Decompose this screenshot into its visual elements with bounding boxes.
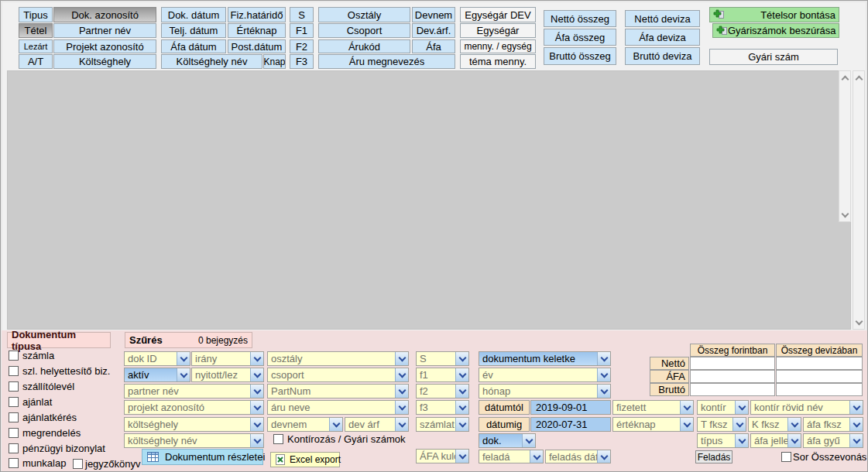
checkbox-ajanlatkeres[interactable]	[9, 412, 19, 422]
filter-koltseghely-nev-select[interactable]: költséghely név	[124, 433, 264, 448]
feladas-button[interactable]: Feladás	[695, 450, 732, 463]
filter-irany-select[interactable]: irány	[191, 351, 264, 366]
col-header-tema-menny[interactable]: téma menny.	[460, 54, 536, 69]
filter-partner-nev-select[interactable]: partner név	[124, 384, 264, 398]
filter-honap-select[interactable]: hónap	[479, 384, 611, 398]
filter-ev-select[interactable]: év	[479, 368, 611, 382]
col-header-lezart[interactable]: Lezárt	[19, 39, 53, 53]
filter-csoport-select[interactable]: csoport	[267, 368, 409, 382]
scroll-down-icon[interactable]	[853, 316, 864, 329]
col-header-koltseghely[interactable]: Költséghely	[53, 54, 156, 69]
scroll-up-icon[interactable]	[853, 71, 864, 84]
col-header-s[interactable]: S	[290, 7, 314, 22]
filter-s-select[interactable]: S	[416, 351, 469, 366]
col-header-f1[interactable]: F1	[290, 23, 314, 38]
filter-nyitott-lezart-select[interactable]: nyitott/lez	[191, 368, 264, 382]
checkbox-szallitolevel[interactable]	[9, 381, 19, 392]
col-header-tetel[interactable]: Tétel	[19, 23, 53, 38]
filter-afa-kulcs-select[interactable]: ÁFA kulc	[416, 449, 469, 463]
col-header-erteknap[interactable]: Értéknap	[228, 23, 286, 38]
excel-export-button[interactable]: Excel export	[270, 452, 340, 467]
col-header-egysegar-dev[interactable]: Egységár DEV	[460, 7, 536, 22]
col-header-f3[interactable]: F3	[290, 54, 314, 69]
filter-tipus-select[interactable]: típus	[697, 433, 749, 448]
col-header-fiz-hatarido[interactable]: Fiz.határidő	[228, 7, 286, 22]
filter-afa-fksz-select[interactable]: áfa fksz	[803, 417, 863, 432]
checkbox-penzugyi-bizonylat[interactable]	[9, 443, 19, 453]
col-header-dok-azonosito[interactable]: Dok. azonosító	[53, 7, 156, 22]
filter-kontir-select[interactable]: kontír	[697, 400, 749, 415]
col-header-arukod[interactable]: Árukód	[318, 39, 410, 53]
filter-afa-gyujto-select[interactable]: áfa gyű	[803, 433, 863, 448]
col-header-f2[interactable]: F2	[290, 39, 314, 53]
col-header-netto-deviza[interactable]: Nettó deviza	[625, 10, 700, 27]
filter-f1-select[interactable]: f1	[416, 368, 469, 382]
filter-k-fksz-select[interactable]: K fksz	[748, 417, 801, 432]
scroll-up-icon[interactable]	[839, 71, 850, 84]
filter-dev-arf-select[interactable]: dev árf	[345, 417, 409, 432]
col-header-tipus[interactable]: Tipus	[19, 7, 53, 22]
filter-dok-id-select[interactable]: dok ID	[124, 351, 190, 366]
col-header-egysegar[interactable]: Egységár	[460, 23, 536, 38]
filter-dok-select[interactable]: dok.	[479, 433, 536, 448]
scroll-down-icon[interactable]	[839, 209, 850, 221]
col-header-aru-megnevezes[interactable]: Áru megnevezés	[318, 54, 455, 69]
filter-aru-neve-select[interactable]: áru neve	[267, 400, 409, 415]
col-header-afa[interactable]: Áfa	[412, 39, 455, 53]
col-header-post-datum[interactable]: Post.dátum	[228, 39, 286, 53]
datumig-input[interactable]: 2020-07-31	[530, 417, 611, 432]
col-header-afa-datum[interactable]: Áfa dátum	[161, 39, 226, 53]
grid-vertical-scrollbar-left[interactable]	[839, 70, 851, 222]
filter-feladas-datum-select[interactable]: feladás dát	[545, 450, 611, 463]
col-header-osztaly[interactable]: Osztály	[318, 7, 410, 22]
tetelsor-bontasa-button[interactable]: Tételsor bontása	[709, 7, 839, 22]
filter-felada-select[interactable]: feladá	[479, 450, 544, 463]
col-header-afa-deviza[interactable]: Áfa deviza	[625, 29, 700, 46]
filter-erteknap-select[interactable]: értéknap	[612, 417, 694, 432]
col-header-projekt-azonosito[interactable]: Projekt azonosító	[53, 39, 156, 53]
gyariszamok-beszurasa-button[interactable]: Gyáriszámok beszúrása	[712, 23, 839, 38]
filter-projekt-azonosito-select[interactable]: projekt azonosító	[124, 400, 264, 415]
col-header-partner-nev[interactable]: Partner név	[53, 23, 156, 38]
col-header-knap[interactable]: Knap	[263, 54, 286, 69]
col-header-telj-datum[interactable]: Telj. dátum	[161, 23, 226, 38]
col-header-devnem[interactable]: Devnem	[412, 7, 455, 22]
checkbox-ajanlat[interactable]	[9, 397, 19, 407]
col-header-csoport[interactable]: Csoport	[318, 23, 410, 38]
datumtol-input[interactable]: 2019-09-01	[530, 400, 611, 415]
col-header-menny-egyseg[interactable]: menny. / egység	[460, 39, 536, 53]
col-header-dev-arf[interactable]: Dev.árf.	[412, 23, 455, 38]
filter-partnum-select[interactable]: PartNum	[267, 384, 409, 398]
dokumentum-reszletei-button[interactable]: Dokumentum részletei	[142, 449, 263, 465]
checkbox-megrendeles[interactable]	[9, 428, 19, 438]
filter-osztaly-select[interactable]: osztály	[267, 351, 409, 366]
col-header-at[interactable]: A/T	[19, 54, 53, 69]
filter-kontir-rovid-nev-select[interactable]: kontír rövid név	[750, 400, 863, 415]
col-header-koltseghely-nev[interactable]: Költséghely név	[161, 54, 262, 69]
checkbox-sor-osszevonas[interactable]	[781, 452, 791, 462]
filter-afa-jelleg-select[interactable]: áfa jelle	[750, 433, 801, 448]
checkbox-kontirozas[interactable]	[273, 434, 283, 444]
filter-t-fksz-select[interactable]: T fksz	[697, 417, 746, 432]
chevron-down-icon	[597, 352, 610, 365]
grid-vertical-scrollbar-right[interactable]	[853, 70, 865, 330]
filter-aktiv-select[interactable]: aktív	[124, 368, 190, 382]
checkbox-szl-helyettesito[interactable]	[9, 366, 19, 376]
col-header-netto-osszeg[interactable]: Nettó összeg	[544, 10, 616, 27]
document-grid[interactable]	[7, 70, 851, 330]
filter-fizetett-select[interactable]: fizetett	[612, 400, 694, 415]
filter-devnem-select[interactable]: devnem	[267, 417, 343, 432]
checkbox-munkalap[interactable]	[9, 458, 19, 468]
col-header-brutto-deviza[interactable]: Bruttó deviza	[625, 47, 700, 65]
col-header-afa-osszeg[interactable]: Áfa összeg	[544, 29, 616, 46]
filter-dok-keletkezes-select[interactable]: dokumentum keletke	[479, 351, 611, 366]
checkbox-jegyzokonyv[interactable]	[73, 459, 83, 469]
filter-koltseghely-select[interactable]: költséghely	[124, 417, 264, 432]
filter-f3-select[interactable]: f3	[416, 400, 469, 415]
filter-szamlat-select[interactable]: számlat	[416, 417, 469, 432]
gyari-szam-button[interactable]: Gyári szám	[709, 49, 838, 65]
col-header-brutto-osszeg[interactable]: Bruttó összeg	[544, 47, 616, 65]
filter-f2-select[interactable]: f2	[416, 384, 469, 398]
col-header-dok-datum[interactable]: Dok. dátum	[161, 7, 226, 22]
checkbox-szamla[interactable]	[9, 351, 19, 361]
